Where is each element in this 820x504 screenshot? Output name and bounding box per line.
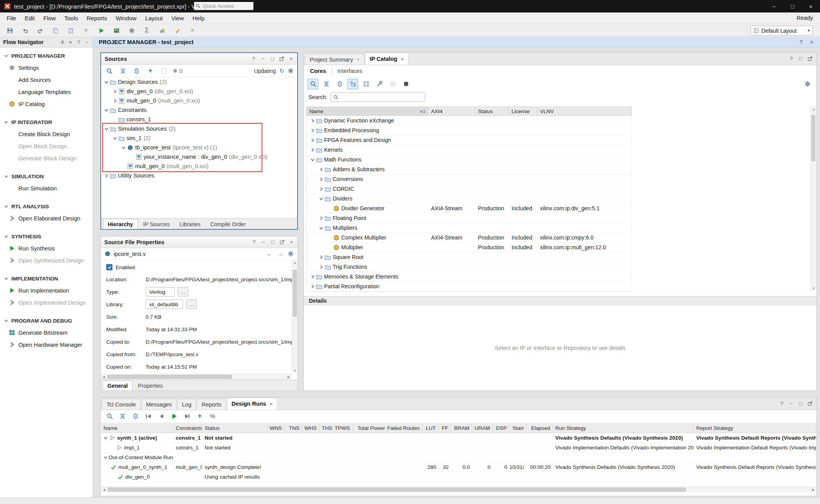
catalog-row-adders-subtracters[interactable]: Adders & Subtracters — [307, 165, 631, 174]
help-button[interactable]: ? — [799, 39, 804, 45]
run-row-mult-gen-0-synth-1[interactable]: mult_gen_0_synth_1mult_gen_0synth_design… — [101, 462, 816, 472]
tree-item-div-gen-0[interactable]: div_gen_0(div_gen_0.xci) — [101, 87, 297, 96]
chevron-down-icon[interactable] — [310, 158, 316, 162]
tree-item-design-sources[interactable]: Design Sources(2) — [101, 77, 297, 87]
menu-window[interactable]: Window — [111, 13, 141, 23]
sources-settings-button[interactable] — [288, 68, 294, 74]
menu-help[interactable]: Help — [188, 13, 209, 23]
column-header-status[interactable]: Status — [202, 424, 267, 433]
chevron-down-icon[interactable] — [103, 80, 109, 84]
tab-hierarchy[interactable]: Hierarchy — [103, 219, 138, 229]
catalog-row-divider-generator[interactable]: Divider GeneratorAXI4-StreamProductionIn… — [307, 204, 631, 213]
tab-libraries[interactable]: Libraries — [175, 220, 205, 229]
flow-section-header-rtl-analysis[interactable]: RTL ANALYSIS — [0, 201, 93, 212]
tab-general[interactable]: General — [103, 380, 132, 390]
chevron-right-icon[interactable] — [112, 89, 118, 94]
flow-item-ip-catalog[interactable]: IP Catalog — [0, 98, 93, 110]
catalog-row-math-functions[interactable]: Math Functions — [307, 155, 631, 165]
catalog-row-dividers[interactable]: Dividers — [307, 194, 631, 204]
minimize-button[interactable]: − — [260, 56, 266, 62]
chevron-down-icon[interactable] — [318, 197, 324, 201]
flow-item-create-block-design[interactable]: Create Block Design — [0, 128, 93, 140]
tab-properties[interactable]: Properties — [134, 381, 167, 390]
catalog-row-complex-multiplier[interactable]: Complex MultiplierAXI4-StreamProductionI… — [307, 233, 631, 243]
tree-item-mult-gen-0[interactable]: mult_gen_0(mult_gen_0.xci) — [101, 96, 297, 105]
ellipsis-button[interactable]: … — [186, 300, 197, 309]
tab-reports[interactable]: Reports — [197, 399, 226, 410]
tab-close-icon[interactable]: × — [401, 56, 404, 62]
column-header-report-strategy[interactable]: Report Strategy — [694, 424, 816, 433]
column-header-name[interactable]: Name∧1 — [307, 107, 428, 115]
tab-close-icon[interactable]: × — [270, 401, 273, 407]
flow-item-add-sources[interactable]: Add Sources — [0, 74, 93, 86]
chevron-right-icon[interactable] — [103, 174, 109, 178]
chevron-down-icon[interactable] — [103, 436, 109, 440]
chevron-right-icon[interactable] — [318, 177, 324, 181]
group-button[interactable] — [361, 79, 371, 89]
run-row-out-of-context-module-runs[interactable]: Out-of-Context Module Runs — [101, 453, 816, 462]
type-combo[interactable]: Verilog — [146, 287, 175, 296]
column-header-vlnv[interactable]: VLNV — [537, 107, 631, 115]
scroll-thumb[interactable] — [108, 488, 686, 492]
column-header-start[interactable]: Start — [510, 424, 526, 433]
tab-close-icon[interactable]: × — [357, 57, 360, 62]
board-button[interactable] — [111, 25, 121, 35]
collapse-all-button[interactable] — [118, 411, 127, 421]
column-header-tns[interactable]: TNS — [285, 424, 302, 433]
menu-edit[interactable]: Edit — [20, 13, 39, 23]
search-button[interactable] — [308, 79, 318, 89]
scroll-right-arrow[interactable]: ▶ — [286, 374, 292, 380]
run-row-div-gen-0[interactable]: div_gen_0Using cached IP results — [101, 472, 816, 482]
column-header-bram[interactable]: BRAM — [451, 424, 472, 433]
maximize-button[interactable]: □ — [270, 239, 275, 245]
column-header-name[interactable]: Name — [101, 424, 173, 433]
help-button[interactable]: ? — [76, 39, 81, 45]
tree-item-utility-sources[interactable]: Utility Sources — [101, 171, 297, 180]
run-row-synth-1-active[interactable]: synth_1 (active)constrs_1Not startedViva… — [101, 433, 816, 443]
scroll-thumb[interactable] — [293, 270, 297, 317]
scroll-down-arrow[interactable]: ▼ — [292, 368, 298, 374]
flow-item-run-synthesis[interactable]: Run Synthesis — [0, 242, 93, 254]
tree-item-mult-gen-0[interactable]: mult_gen_0(mult_gen_0.xci) — [101, 161, 297, 171]
chevron-right-icon[interactable] — [310, 128, 316, 133]
search-button[interactable] — [105, 66, 114, 76]
chevron-right-icon[interactable] — [318, 265, 324, 269]
column-header-license[interactable]: License — [509, 107, 537, 115]
tab-design-runs[interactable]: Design Runs× — [227, 398, 277, 410]
close-button[interactable]: × — [809, 39, 814, 45]
scroll-left-arrow[interactable]: ◀ — [101, 487, 107, 493]
scroll-thumb[interactable] — [107, 375, 232, 379]
chevron-right-icon[interactable] — [318, 167, 324, 172]
column-header-total-power[interactable]: Total Power — [353, 424, 388, 433]
subtab-interfaces[interactable]: Interfaces — [332, 67, 363, 75]
scroll-up-arrow[interactable]: ▲ — [811, 106, 816, 112]
collapse-all-button[interactable] — [118, 66, 128, 76]
column-header-ths[interactable]: THS — [319, 424, 335, 433]
save-button[interactable] — [5, 25, 15, 35]
step-forward-button[interactable] — [182, 411, 192, 421]
float-button[interactable] — [279, 56, 284, 61]
column-header-wns[interactable]: WNS — [267, 424, 285, 433]
catalog-search-box[interactable] — [331, 92, 425, 102]
redo-button[interactable] — [35, 25, 45, 35]
quick-access-box[interactable]: Quick Access — [194, 2, 253, 10]
column-header-tpws[interactable]: TPWS — [335, 424, 353, 433]
minimize-button[interactable]: − — [84, 39, 89, 45]
catalog-row-memories-storage-elements[interactable]: Memories & Storage Elements — [307, 272, 631, 282]
help-button[interactable]: ? — [789, 56, 794, 62]
column-header-lut[interactable]: LUT — [422, 424, 439, 433]
column-header-axi4[interactable]: AXI4 — [428, 107, 475, 115]
maximize-button[interactable]: □ — [798, 56, 803, 62]
flow-section-header-program-and-debug[interactable]: PROGRAM AND DEBUG — [0, 315, 93, 327]
scroll-down-arrow[interactable]: ▼ — [811, 286, 816, 291]
maximize-button[interactable]: □ — [270, 56, 275, 62]
properties-settings-button[interactable] — [288, 251, 294, 257]
chevron-down-icon[interactable] — [103, 455, 109, 460]
tab-tcl-console[interactable]: Tcl Console — [102, 399, 141, 410]
tree-item-constrs-1[interactable]: constrs_1 — [101, 115, 297, 124]
column-header-constraints[interactable]: Constraints — [173, 424, 202, 433]
layout-selector[interactable]: Default Layout ▾ — [750, 26, 813, 35]
runs-horizontal-scrollbar[interactable]: ◀ ▶ — [101, 486, 816, 492]
scroll-left-arrow[interactable]: ◀ — [101, 374, 107, 380]
chevron-right-icon[interactable] — [318, 255, 324, 259]
